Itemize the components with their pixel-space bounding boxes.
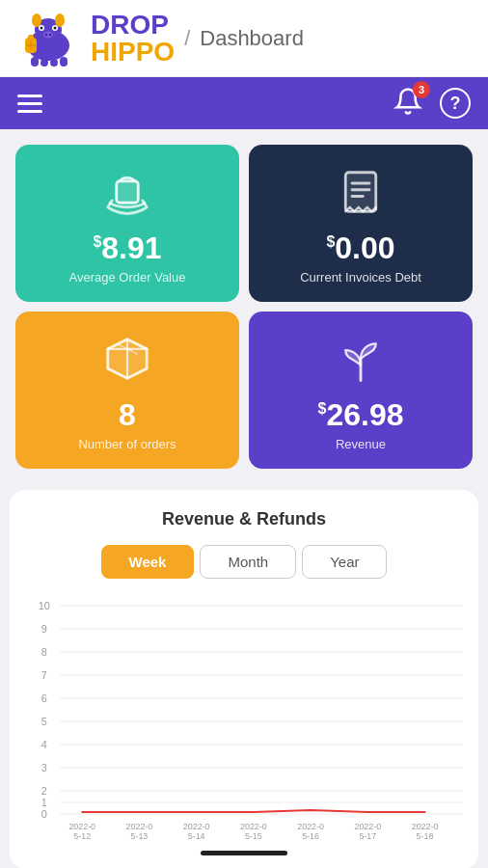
svg-text:5: 5 xyxy=(41,716,47,727)
svg-text:5-17: 5-17 xyxy=(359,831,376,841)
tab-week[interactable]: Week xyxy=(101,545,195,579)
svg-point-7 xyxy=(54,26,57,29)
invoices-value: $0.00 xyxy=(326,231,394,265)
svg-text:1: 1 xyxy=(41,797,47,808)
svg-text:2022-0: 2022-0 xyxy=(412,822,439,831)
logo-drop: DROP xyxy=(91,12,175,39)
orders-label: Number of orders xyxy=(78,437,176,451)
svg-rect-13 xyxy=(50,59,58,67)
svg-rect-14 xyxy=(60,57,68,67)
logo-area: DROP HIPPO / Dashboard xyxy=(15,11,473,67)
svg-rect-12 xyxy=(41,59,48,67)
svg-text:5-13: 5-13 xyxy=(131,831,149,841)
notification-badge: 3 xyxy=(413,81,430,98)
svg-text:9: 9 xyxy=(41,623,47,635)
svg-text:4: 4 xyxy=(41,739,47,750)
chart-title: Revenue & Refunds xyxy=(25,509,463,529)
tab-group: Week Month Year xyxy=(25,545,463,579)
tab-year[interactable]: Year xyxy=(302,545,387,579)
svg-text:6: 6 xyxy=(41,692,47,704)
tab-month[interactable]: Month xyxy=(200,545,296,579)
chart-area: 10 9 8 7 6 5 4 3 2 1 0 202 xyxy=(25,598,463,829)
invoices-label: Current Invoices Debt xyxy=(300,270,421,285)
svg-text:5-14: 5-14 xyxy=(188,831,205,841)
svg-point-3 xyxy=(55,14,65,27)
revenue-value: $26.98 xyxy=(318,398,404,432)
nav-right: 3 ? xyxy=(393,87,471,120)
avg-order-label: Average Order Value xyxy=(69,270,186,285)
avg-order-value: $8.91 xyxy=(93,231,161,265)
svg-rect-16 xyxy=(28,35,34,40)
svg-rect-20 xyxy=(345,173,376,212)
header-separator: / xyxy=(184,26,190,51)
svg-text:2022-0: 2022-0 xyxy=(240,822,267,831)
logo-hippo: HIPPO xyxy=(91,39,175,66)
svg-text:5-15: 5-15 xyxy=(245,831,262,841)
notification-bell[interactable]: 3 xyxy=(393,87,422,120)
header-dashboard: Dashboard xyxy=(200,26,304,51)
svg-text:3: 3 xyxy=(41,762,47,773)
svg-text:2: 2 xyxy=(41,785,47,797)
svg-text:5-16: 5-16 xyxy=(302,831,319,841)
plant-icon xyxy=(335,333,387,389)
svg-text:2022-0: 2022-0 xyxy=(297,822,324,831)
svg-text:2022-0: 2022-0 xyxy=(183,822,210,831)
nav-bar: 3 ? xyxy=(0,77,488,129)
chart-section: Revenue & Refunds Week Month Year 10 9 8… xyxy=(10,490,478,868)
revenue-card: $26.98 Revenue xyxy=(249,312,473,469)
logo-icon xyxy=(15,11,81,67)
svg-text:2022-0: 2022-0 xyxy=(68,822,95,831)
help-button[interactable]: ? xyxy=(440,88,471,119)
svg-rect-19 xyxy=(117,181,139,203)
hamburger-menu[interactable] xyxy=(17,95,42,113)
svg-text:5-18: 5-18 xyxy=(417,831,434,841)
box-icon xyxy=(101,333,153,389)
orders-card: 8 Number of orders xyxy=(15,312,239,469)
svg-text:2022-0: 2022-0 xyxy=(354,822,381,831)
svg-text:7: 7 xyxy=(41,669,47,681)
top-header: DROP HIPPO / Dashboard xyxy=(0,0,488,77)
svg-point-8 xyxy=(43,31,53,38)
svg-text:5-12: 5-12 xyxy=(73,831,91,841)
receipt-icon xyxy=(335,166,387,222)
svg-text:10: 10 xyxy=(39,600,50,611)
avg-order-card: $8.91 Average Order Value xyxy=(15,145,239,302)
svg-point-10 xyxy=(49,33,51,35)
revenue-label: Revenue xyxy=(336,437,386,451)
svg-point-2 xyxy=(32,14,41,27)
svg-point-5 xyxy=(41,26,43,29)
shopping-bag-icon xyxy=(101,166,153,222)
svg-rect-11 xyxy=(31,57,39,67)
orders-value: 8 xyxy=(119,398,136,432)
svg-point-9 xyxy=(45,33,47,35)
invoices-card: $0.00 Current Invoices Debt xyxy=(249,145,473,302)
scroll-indicator xyxy=(201,851,287,855)
metric-cards-grid: $8.91 Average Order Value $0.00 Current … xyxy=(0,129,488,484)
svg-text:8: 8 xyxy=(41,646,47,658)
svg-text:0: 0 xyxy=(41,808,47,820)
svg-text:2022-0: 2022-0 xyxy=(126,822,153,831)
